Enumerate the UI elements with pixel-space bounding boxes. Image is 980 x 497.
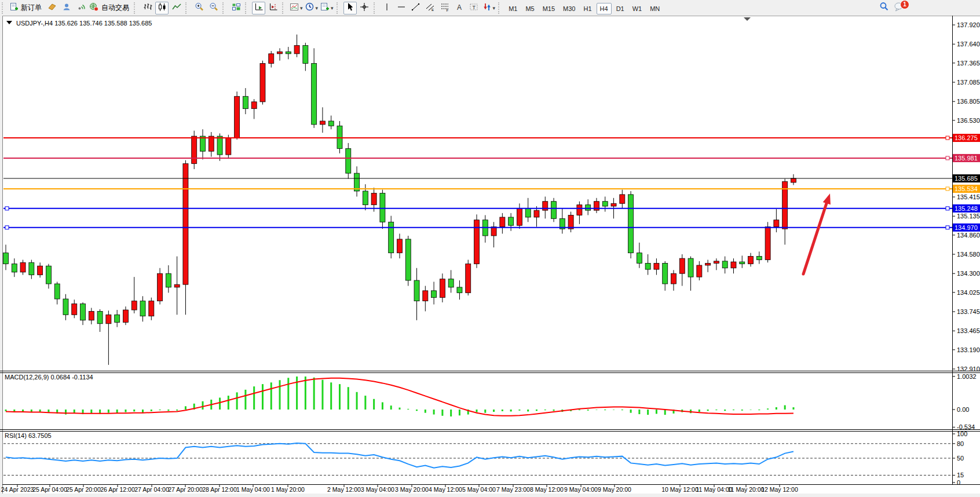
timeframe-M1[interactable]: M1 [505,3,521,14]
text-label-button[interactable]: T [467,2,481,14]
price-tick-label: 137.365 [957,60,980,67]
timeframe-W1[interactable]: W1 [629,3,646,14]
indicators-button[interactable]: ▾ [289,2,303,14]
candle-body [72,304,77,315]
candle-body [131,301,137,310]
candle-body [303,46,308,64]
line-handle[interactable] [5,207,9,210]
time-tick-label: 25 Apr 20:00 [66,486,101,493]
new-order-button[interactable]: 新订单 [9,2,44,14]
toolbar-grip[interactable] [245,2,250,14]
signals-button[interactable] [74,2,87,14]
fibonacci-button[interactable]: F [438,2,452,14]
timeframe-M5[interactable]: M5 [522,3,537,14]
price-badge-label: 134.970 [955,224,978,231]
community-button[interactable] [60,2,73,14]
metaeditor-icon [47,2,57,14]
dropdown-arrow-icon: ▾ [331,5,334,11]
time-tick-label: 11 May 04:00 [696,486,733,493]
fibonacci-icon: F [440,2,449,14]
chart-canvas[interactable]: 137.920137.640137.365137.085136.805136.5… [0,16,980,497]
price-tick-label: 133.745 [957,308,980,315]
time-tick-label: 10 May 12:00 [661,486,699,493]
timeframe-M15[interactable]: M15 [539,3,558,14]
vertical-line-button[interactable] [381,2,394,14]
toolbar-grip[interactable] [337,2,341,14]
time-tick-label: 26 Apr 12:00 [100,486,135,493]
chart-title: USDJPY-,H4 135.626 135.746 135.588 135.6… [16,20,152,27]
candle-body [346,148,351,173]
candle-body [551,202,557,219]
candle-body [46,266,51,284]
templates-button[interactable]: ▾ [320,2,334,14]
toolbar-grip[interactable] [185,2,190,14]
line-handle[interactable] [946,187,949,191]
candle-body [414,280,419,301]
time-tick-label: 9 May 04:00 [564,486,598,493]
price-tick-label: 136.530 [957,117,980,124]
price-tick-label: 134.300 [957,270,980,277]
periods-button[interactable]: ▾ [305,2,319,14]
candle-body [602,202,608,206]
timeframe-D1[interactable]: D1 [613,3,628,14]
tile-windows-button[interactable] [229,2,243,14]
candle-body [705,263,711,265]
trendline-icon [411,2,420,14]
line-handle[interactable] [5,226,9,229]
candle-body [183,163,188,284]
horizontal-line-button[interactable] [395,2,408,14]
bar-chart-button[interactable] [141,2,154,14]
time-tick-label: 1 May 20:00 [271,486,305,493]
candle-body [774,220,779,227]
candle-body [543,202,548,210]
line-handle[interactable] [946,226,949,229]
price-badge-label: 135.534 [955,185,978,192]
arrows-icon [482,2,492,14]
community-icon [62,2,71,14]
price-badge-label: 135.685 [955,175,978,182]
auto-scroll-button[interactable] [252,2,265,14]
chat-button[interactable]: 1 [892,2,905,14]
candle-body [217,136,222,155]
macd-tick-label: 0.00 [957,406,969,413]
timeframe-H4[interactable]: H4 [597,3,612,14]
line-handle[interactable] [946,136,949,140]
candle-body [637,253,642,264]
autotrading-icon [89,2,99,14]
line-handle[interactable] [946,207,949,210]
text-button[interactable]: A [453,2,466,14]
chart-shift-button[interactable] [266,2,280,14]
toolbar-grip[interactable] [222,2,227,14]
arrows-button[interactable]: ▾ [482,2,496,14]
crosshair-button[interactable] [358,2,371,14]
candle-body [149,301,154,316]
time-tick-label: 11 May 20:00 [728,486,765,493]
toolbar-grip[interactable] [134,2,138,14]
timeframe-bar: M1M5M15M30H1H4D1W1MN [504,3,664,13]
toolbar-grip[interactable] [498,2,503,14]
trendline-button[interactable] [409,2,423,14]
zoom-in-button[interactable] [192,2,206,14]
equidistant-channel-button[interactable]: E [424,2,437,14]
candle-body [568,215,573,229]
candle-body [260,63,265,101]
cursor-button[interactable] [343,2,357,14]
line-handle[interactable] [946,156,949,160]
line-chart-button[interactable] [170,2,183,14]
candle-body [174,284,180,287]
metaeditor-button[interactable] [45,2,58,14]
macd-tick-label: -0.534 [957,423,975,430]
autotrading-button[interactable]: 自动交易 [89,2,131,14]
timeframe-MN[interactable]: MN [646,3,663,14]
candle-body [517,209,522,226]
toolbar-grip[interactable] [374,2,378,14]
timeframe-H1[interactable]: H1 [580,3,595,14]
timeframe-M30[interactable]: M30 [560,3,579,14]
time-tick-label: 28 Apr 12:00 [202,486,237,493]
zoom-out-icon [209,2,218,14]
zoom-out-button[interactable] [207,2,220,14]
toolbar-grip[interactable] [2,2,6,14]
search-button[interactable] [877,2,891,14]
candlestick-chart-button[interactable] [155,2,169,14]
toolbar-grip[interactable] [282,2,287,14]
